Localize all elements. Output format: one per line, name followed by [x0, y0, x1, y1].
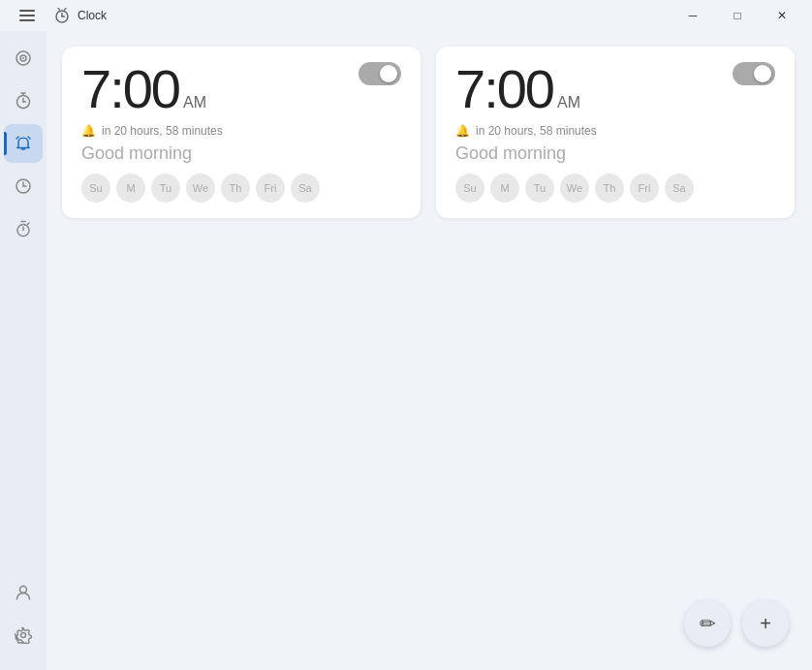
- sidebar: [0, 31, 47, 670]
- day-bubble[interactable]: Th: [595, 174, 624, 203]
- alarm-label: Good morning: [81, 144, 401, 164]
- alarm-reminder-text: in 20 hours, 58 minutes: [476, 124, 597, 138]
- svg-point-10: [22, 57, 24, 59]
- focus-icon: [15, 49, 32, 67]
- alarm-ampm: AM: [183, 94, 206, 112]
- svg-rect-2: [19, 19, 35, 21]
- day-bubble[interactable]: Fri: [630, 174, 659, 203]
- day-bubble[interactable]: Sa: [665, 174, 694, 203]
- toggle-thumb: [380, 65, 397, 82]
- alarm-time: 7:00 AM: [81, 62, 206, 116]
- day-bubble[interactable]: We: [186, 174, 215, 203]
- app-body: 7:00 AM 🔔 in 20 hours, 58 minutes Good m…: [0, 31, 812, 670]
- bell-icon: 🔔: [81, 124, 96, 138]
- toggle-track[interactable]: [359, 62, 401, 85]
- svg-line-18: [28, 137, 30, 139]
- edit-fab-button[interactable]: ✏: [684, 600, 731, 647]
- sidebar-item-focus[interactable]: [4, 39, 43, 78]
- alarm-toggle[interactable]: [733, 62, 775, 85]
- alarm-days: SuMTuWeThFriSa: [81, 174, 401, 203]
- alarm-time-display: 7:00: [455, 62, 553, 116]
- day-bubble[interactable]: M: [116, 174, 145, 203]
- settings-icon: [15, 626, 32, 644]
- alarm-ampm: AM: [557, 94, 580, 112]
- toggle-track[interactable]: [733, 62, 775, 85]
- alarm-reminder-text: in 20 hours, 58 minutes: [102, 124, 223, 138]
- svg-point-26: [20, 587, 27, 593]
- alarm-header: 7:00 AM: [81, 62, 401, 116]
- alarm-time: 7:00 AM: [455, 62, 580, 116]
- sidebar-item-timer[interactable]: [4, 81, 43, 120]
- alarm-time-display: 7:00: [81, 62, 179, 116]
- alarms-grid: 7:00 AM 🔔 in 20 hours, 58 minutes Good m…: [62, 47, 796, 218]
- day-bubble[interactable]: Su: [81, 174, 110, 203]
- sidebar-item-alarm[interactable]: [4, 124, 43, 163]
- app-icon: [54, 8, 70, 23]
- timer-icon: [15, 92, 32, 110]
- account-icon: [15, 584, 32, 601]
- close-button[interactable]: ✕: [760, 0, 804, 31]
- sidebar-item-clock[interactable]: [4, 167, 43, 206]
- fab-area: ✏ +: [684, 600, 789, 647]
- titlebar: Clock ─ □ ✕: [0, 0, 812, 31]
- edit-icon: ✏: [700, 612, 716, 635]
- toggle-thumb: [754, 65, 771, 82]
- day-bubble[interactable]: Tu: [525, 174, 554, 203]
- day-bubble[interactable]: Tu: [151, 174, 180, 203]
- window-title: Clock: [78, 9, 107, 22]
- alarm-days: SuMTuWeThFriSa: [455, 174, 775, 203]
- minimize-button[interactable]: ─: [671, 0, 715, 31]
- sidebar-item-stopwatch[interactable]: [4, 209, 43, 248]
- svg-point-27: [21, 633, 26, 638]
- alarm-toggle[interactable]: [359, 62, 401, 85]
- clock-icon: [15, 177, 32, 195]
- sidebar-item-account[interactable]: [4, 573, 43, 612]
- day-bubble[interactable]: Sa: [291, 174, 320, 203]
- alarm-icon: [15, 135, 32, 152]
- day-bubble[interactable]: Th: [221, 174, 250, 203]
- alarm-reminder: 🔔 in 20 hours, 58 minutes: [81, 124, 401, 138]
- alarm-header: 7:00 AM: [455, 62, 775, 116]
- hamburger-button[interactable]: [8, 0, 47, 31]
- add-alarm-button[interactable]: +: [742, 600, 789, 647]
- day-bubble[interactable]: Fri: [256, 174, 285, 203]
- sidebar-bottom: [4, 573, 43, 662]
- titlebar-controls: ─ □ ✕: [671, 0, 804, 31]
- titlebar-left: Clock: [8, 0, 671, 31]
- hamburger-icon: [19, 10, 35, 21]
- day-bubble[interactable]: We: [560, 174, 589, 203]
- day-bubble[interactable]: M: [490, 174, 519, 203]
- add-icon: +: [760, 613, 771, 635]
- svg-line-25: [28, 223, 30, 225]
- content-area: 7:00 AM 🔔 in 20 hours, 58 minutes Good m…: [47, 31, 812, 670]
- sidebar-item-settings[interactable]: [4, 616, 43, 654]
- alarm-label: Good morning: [455, 144, 775, 164]
- maximize-button[interactable]: □: [715, 0, 760, 31]
- day-bubble[interactable]: Su: [455, 174, 484, 203]
- svg-line-7: [65, 9, 67, 11]
- svg-rect-0: [19, 10, 35, 12]
- svg-line-17: [16, 137, 18, 139]
- alarm-card-alarm-2[interactable]: 7:00 AM 🔔 in 20 hours, 58 minutes Good m…: [436, 47, 795, 218]
- stopwatch-icon: [15, 220, 32, 238]
- svg-line-6: [58, 9, 60, 11]
- alarm-reminder: 🔔 in 20 hours, 58 minutes: [455, 124, 775, 138]
- svg-rect-1: [19, 15, 35, 16]
- bell-icon: 🔔: [455, 124, 470, 138]
- alarm-card-alarm-1[interactable]: 7:00 AM 🔔 in 20 hours, 58 minutes Good m…: [62, 47, 421, 218]
